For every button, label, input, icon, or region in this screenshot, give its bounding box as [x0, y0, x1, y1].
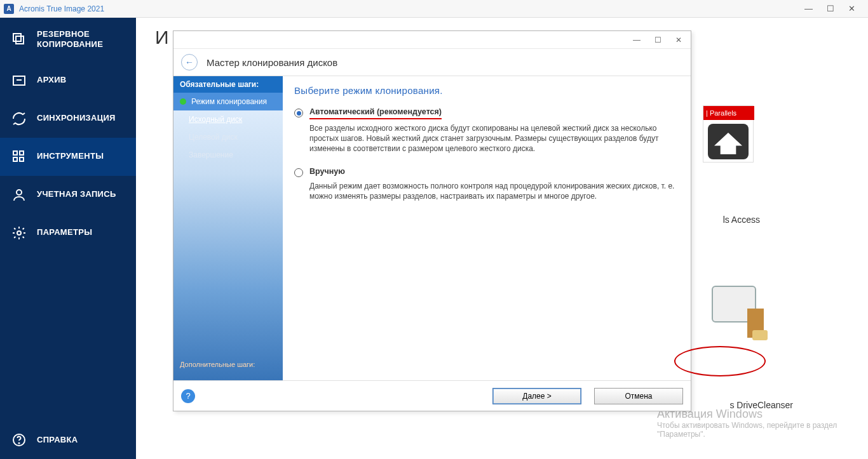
- option-manual-label: Вручную: [309, 167, 345, 176]
- wizard-step-label: Завершение: [189, 150, 233, 159]
- option-manual[interactable]: Вручную: [294, 167, 679, 177]
- dialog-help-icon[interactable]: ?: [181, 389, 195, 403]
- parallels-access-label: ls Access: [723, 215, 760, 225]
- activation-subtitle: Чтобы активировать Windows, перейдите в …: [657, 421, 841, 439]
- bullet-icon: [180, 117, 184, 121]
- dialog-maximize-icon[interactable]: ☐: [654, 36, 661, 44]
- wizard-sidebar: Обязательные шаги: Режим клонирования Ис…: [173, 76, 283, 380]
- app-title: Acronis True Image 2021: [19, 4, 104, 13]
- wizard-step-finish: Завершение: [173, 146, 283, 164]
- arrow-icon: [180, 98, 186, 105]
- back-button[interactable]: ←: [181, 54, 198, 70]
- sidebar-item-settings[interactable]: ПАРАМЕТРЫ: [0, 214, 136, 252]
- minimize-icon[interactable]: —: [804, 4, 813, 13]
- help-icon: [11, 432, 27, 448]
- wizard-step-label: Исходный диск: [189, 115, 242, 124]
- sidebar-item-tools[interactable]: ИНСТРУМЕНТЫ: [0, 138, 136, 176]
- wizard-steps-header: Обязательные шаги:: [173, 76, 283, 93]
- dialog-close-icon[interactable]: ✕: [675, 36, 682, 44]
- account-icon: [11, 187, 27, 203]
- wizard-step-target: Целевой диск: [173, 128, 283, 146]
- bullet-icon: [180, 153, 184, 157]
- parallels-cloud-icon: [708, 124, 749, 159]
- svg-rect-4: [13, 151, 17, 155]
- next-button[interactable]: Далее >: [492, 388, 581, 404]
- archive-icon: [11, 73, 27, 88]
- radio-automatic[interactable]: [294, 109, 303, 117]
- sidebar-item-backup[interactable]: РЕЗЕРВНОЕ КОПИРОВАНИЕ: [0, 18, 136, 62]
- close-icon[interactable]: ✕: [848, 4, 855, 13]
- sidebar: РЕЗЕРВНОЕ КОПИРОВАНИЕ АРХИВ СИНХРОНИЗАЦИ…: [0, 18, 136, 459]
- tools-icon: [11, 149, 27, 164]
- sidebar-item-archive[interactable]: АРХИВ: [0, 62, 136, 100]
- sidebar-item-sync[interactable]: СИНХРОНИЗАЦИЯ: [0, 100, 136, 138]
- wizard-page-title: Выберите режим клонирования.: [294, 85, 679, 96]
- gear-icon: [11, 225, 27, 241]
- sidebar-item-account[interactable]: УЧЕТНАЯ ЗАПИСЬ: [0, 176, 136, 214]
- sidebar-item-label: СПРАВКА: [37, 435, 78, 445]
- svg-rect-0: [13, 34, 21, 41]
- backup-icon: [11, 32, 27, 47]
- wizard-step-label: Целевой диск: [189, 133, 238, 142]
- windows-activation-watermark: Активация Windows Чтобы активировать Win…: [657, 408, 841, 439]
- option-automatic[interactable]: Автоматический (рекомендуется): [294, 107, 679, 119]
- app-icon: A: [4, 4, 14, 14]
- option-manual-description: Данный режим дает возможность полного ко…: [309, 181, 679, 201]
- sidebar-item-label: АРХИВ: [37, 75, 66, 85]
- dialog-minimize-icon[interactable]: —: [633, 36, 641, 44]
- sidebar-item-label: УЧЕТНАЯ ЗАПИСЬ: [37, 189, 116, 199]
- sync-icon: [11, 111, 27, 126]
- radio-manual[interactable]: [294, 168, 303, 177]
- wizard-step-mode[interactable]: Режим клонирования: [173, 93, 283, 110]
- option-automatic-description: Все разделы исходного жесткого диска буд…: [309, 123, 679, 154]
- clone-wizard-dialog: — ☐ ✕ ← Мастер клонирования дисков Обяза…: [173, 30, 691, 411]
- svg-rect-7: [20, 157, 24, 161]
- svg-point-9: [17, 231, 21, 235]
- drivecleanser-icon[interactable]: [712, 286, 760, 334]
- maximize-icon[interactable]: ☐: [827, 4, 834, 13]
- svg-rect-5: [20, 151, 24, 155]
- bullet-icon: [180, 135, 184, 139]
- dialog-title: Мастер клонирования дисков: [207, 57, 337, 68]
- cancel-button[interactable]: Отмена: [594, 388, 683, 404]
- wizard-step-source[interactable]: Исходный диск: [173, 110, 283, 128]
- wizard-step-label: Режим клонирования: [191, 97, 267, 106]
- svg-rect-1: [16, 36, 24, 44]
- sidebar-item-label: ПАРАМЕТРЫ: [37, 227, 92, 237]
- wizard-main: Выберите режим клонирования. Автоматичес…: [283, 76, 691, 380]
- sidebar-item-label: СИНХРОНИЗАЦИЯ: [37, 113, 116, 123]
- sidebar-item-label: ИНСТРУМЕНТЫ: [37, 151, 104, 161]
- app-titlebar: A Acronis True Image 2021 — ☐ ✕: [0, 0, 868, 18]
- svg-point-8: [17, 190, 22, 195]
- parallels-tile[interactable]: | Parallels: [703, 105, 754, 163]
- option-automatic-label: Автоматический (рекомендуется): [309, 107, 442, 119]
- dialog-header: ← Мастер клонирования дисков: [173, 49, 691, 76]
- dialog-footer: ? Далее > Отмена: [173, 380, 691, 411]
- dialog-titlebar: — ☐ ✕: [173, 31, 691, 49]
- sidebar-item-help[interactable]: СПРАВКА: [0, 421, 136, 459]
- sidebar-item-label: РЕЗЕРВНОЕ КОПИРОВАНИЕ: [37, 29, 125, 50]
- parallels-badge: | Parallels: [703, 106, 754, 120]
- svg-point-11: [18, 442, 19, 443]
- svg-rect-6: [13, 157, 17, 161]
- wizard-optional-header: Дополнительные шаги:: [173, 361, 283, 368]
